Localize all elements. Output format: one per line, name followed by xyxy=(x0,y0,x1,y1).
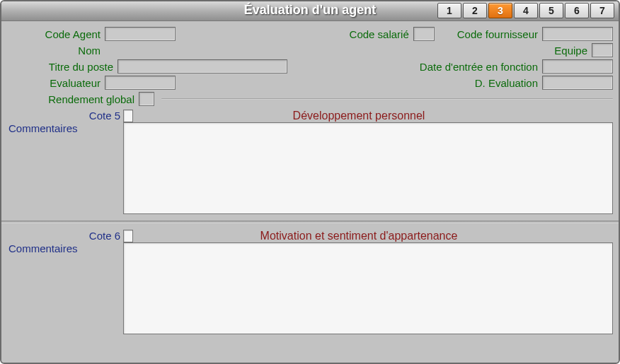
tabs-container: 1 2 3 4 5 6 7 xyxy=(437,3,614,18)
cote-5-input[interactable] xyxy=(123,110,133,122)
tab-2[interactable]: 2 xyxy=(463,3,487,18)
comments-1-input[interactable] xyxy=(123,122,613,214)
nom-label: Nom xyxy=(7,45,101,57)
tab-6[interactable]: 6 xyxy=(565,3,589,18)
rendement-global-input[interactable] xyxy=(139,92,154,106)
comments-1-label: Commentaires xyxy=(7,122,120,134)
d-evaluation-label: D. Evaluation xyxy=(475,77,538,89)
section-2-title: Motivation et sentiment d'appartenance xyxy=(133,230,585,242)
d-evaluation-input[interactable] xyxy=(542,76,613,90)
evaluateur-label: Evaluateur xyxy=(7,77,101,89)
code-fournisseur-input[interactable] xyxy=(542,27,613,41)
cote-6-input[interactable] xyxy=(123,230,133,242)
cote-6-label: Cote 6 xyxy=(7,230,120,242)
tab-5[interactable]: 5 xyxy=(539,3,563,18)
date-entree-label: Date d'entrée en fonction xyxy=(420,61,538,73)
titre-poste-input[interactable] xyxy=(117,59,287,74)
evaluateur-input[interactable] xyxy=(105,76,176,90)
code-agent-label: Code Agent xyxy=(7,28,101,40)
section-developpement-personnel: Cote 5 Développement personnel Commentai… xyxy=(7,110,613,214)
section-motivation-appartenance: Cote 6 Motivation et sentiment d'apparte… xyxy=(7,230,613,334)
rendement-global-label: Rendement global xyxy=(7,93,134,105)
evaluation-window: Évaluation d'un agent 1 2 3 4 5 6 7 Code… xyxy=(0,0,620,364)
date-entree-input[interactable] xyxy=(542,59,613,74)
section-1-title: Développement personnel xyxy=(133,110,585,122)
code-salarie-label: Code salarié xyxy=(350,28,409,40)
comments-2-label: Commentaires xyxy=(7,242,120,254)
titlebar: Évaluation d'un agent 1 2 3 4 5 6 7 xyxy=(1,1,619,21)
section-divider xyxy=(1,221,619,223)
cote-5-label: Cote 5 xyxy=(7,110,120,122)
equipe-label: Equipe xyxy=(554,45,587,57)
separator-line xyxy=(161,98,613,100)
form-body: Code Agent Code salarié Code fournisseur… xyxy=(1,21,619,363)
tab-4[interactable]: 4 xyxy=(514,3,538,18)
code-agent-input[interactable] xyxy=(105,27,176,41)
code-fournisseur-label: Code fournisseur xyxy=(457,28,538,40)
titre-poste-label: Titre du poste xyxy=(7,61,113,73)
code-salarie-input[interactable] xyxy=(413,27,435,41)
tab-1[interactable]: 1 xyxy=(437,3,461,18)
tab-7[interactable]: 7 xyxy=(590,3,614,18)
equipe-input[interactable] xyxy=(592,43,613,57)
header-fields: Code Agent Code salarié Code fournisseur… xyxy=(7,27,613,106)
comments-2-input[interactable] xyxy=(123,242,613,334)
tab-3[interactable]: 3 xyxy=(488,3,512,18)
